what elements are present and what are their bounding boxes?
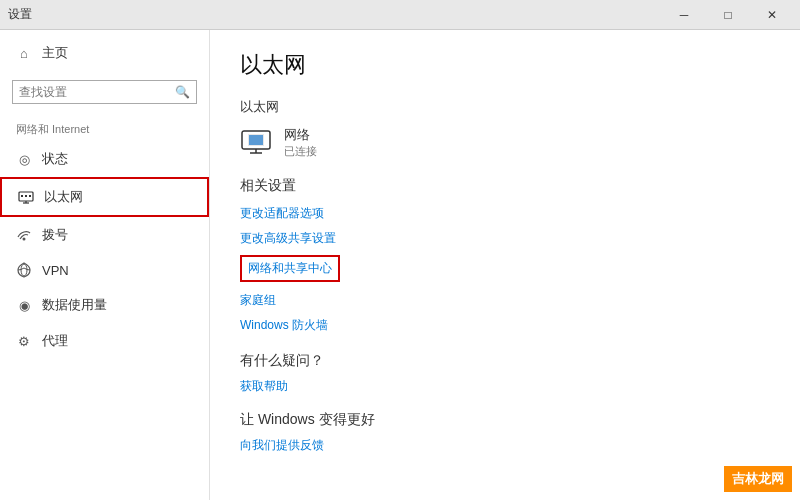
sidebar-item-proxy[interactable]: ⚙ 代理 <box>0 323 209 359</box>
network-computer-icon <box>240 129 272 157</box>
sidebar-item-dialup[interactable]: 拨号 <box>0 217 209 253</box>
page-title: 以太网 <box>240 50 770 80</box>
sidebar-item-ethernet[interactable]: 以太网 <box>0 177 209 217</box>
ethernet-icon <box>18 189 34 205</box>
network-item: 网络 已连接 <box>240 126 770 159</box>
svg-rect-1 <box>21 195 23 197</box>
sidebar-item-status[interactable]: ◎ 状态 <box>0 141 209 177</box>
sidebar-item-label-dialup: 拨号 <box>42 226 68 244</box>
related-settings-title: 相关设置 <box>240 177 770 195</box>
faq-title: 有什么疑问？ <box>240 352 770 370</box>
content-area: 以太网 以太网 网络 已连接 相关设置 更改适配器选项 更改高级共享设置 网络和… <box>210 30 800 500</box>
svg-rect-12 <box>249 135 263 145</box>
sidebar-item-label-status: 状态 <box>42 150 68 168</box>
search-icon: 🔍 <box>175 85 190 99</box>
svg-point-7 <box>21 264 27 276</box>
network-info: 网络 已连接 <box>284 126 317 159</box>
sidebar-item-label-vpn: VPN <box>42 263 69 278</box>
win-better-title: 让 Windows 变得更好 <box>240 411 770 429</box>
link-network-sharing-center[interactable]: 网络和共享中心 <box>240 255 340 282</box>
datausage-icon: ◉ <box>16 297 32 313</box>
vpn-icon <box>16 262 32 278</box>
network-section-label: 以太网 <box>240 98 770 116</box>
faq-link[interactable]: 获取帮助 <box>240 378 770 395</box>
close-button[interactable]: ✕ <box>752 1 792 29</box>
sidebar-section-title: 网络和 Internet <box>0 116 209 141</box>
home-icon: ⌂ <box>16 45 32 61</box>
main-layout: ⌂ 主页 🔍 网络和 Internet ◎ 状态 <box>0 30 800 500</box>
watermark: 吉林龙网 <box>724 466 792 492</box>
sidebar-item-datausage[interactable]: ◉ 数据使用量 <box>0 287 209 323</box>
maximize-button[interactable]: □ <box>708 1 748 29</box>
link-homegroup[interactable]: 家庭组 <box>240 292 770 309</box>
minimize-button[interactable]: ─ <box>664 1 704 29</box>
proxy-icon: ⚙ <box>16 333 32 349</box>
sidebar-item-vpn[interactable]: VPN <box>0 253 209 287</box>
sidebar-item-label-datausage: 数据使用量 <box>42 296 107 314</box>
network-status: 已连接 <box>284 144 317 159</box>
dialup-icon <box>16 227 32 243</box>
network-name: 网络 <box>284 126 317 144</box>
svg-rect-3 <box>29 195 31 197</box>
sidebar-item-home[interactable]: ⌂ 主页 <box>0 30 209 76</box>
sidebar-item-label-proxy: 代理 <box>42 332 68 350</box>
sidebar-item-label-ethernet: 以太网 <box>44 188 83 206</box>
sidebar: ⌂ 主页 🔍 网络和 Internet ◎ 状态 <box>0 30 210 500</box>
search-box: 🔍 <box>12 80 197 104</box>
link-windows-firewall[interactable]: Windows 防火墙 <box>240 317 770 334</box>
status-icon: ◎ <box>16 151 32 167</box>
titlebar-controls: ─ □ ✕ <box>664 1 792 29</box>
link-sharing-settings[interactable]: 更改高级共享设置 <box>240 230 770 247</box>
win-better-link[interactable]: 向我们提供反馈 <box>240 437 770 454</box>
titlebar-title: 设置 <box>8 6 32 23</box>
titlebar: 设置 ─ □ ✕ <box>0 0 800 30</box>
sidebar-home-label: 主页 <box>42 44 68 62</box>
link-change-adapter[interactable]: 更改适配器选项 <box>240 205 770 222</box>
search-input[interactable] <box>19 85 171 99</box>
svg-rect-2 <box>25 195 27 197</box>
svg-point-6 <box>23 238 26 241</box>
